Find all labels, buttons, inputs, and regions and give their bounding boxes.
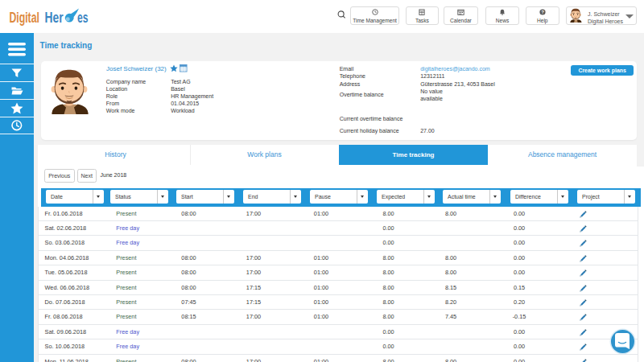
svg-text:?: ? [541, 10, 544, 15]
svg-text:Her: Her [45, 10, 64, 26]
svg-text:Digital: Digital [9, 10, 39, 26]
svg-text:es: es [77, 10, 89, 26]
